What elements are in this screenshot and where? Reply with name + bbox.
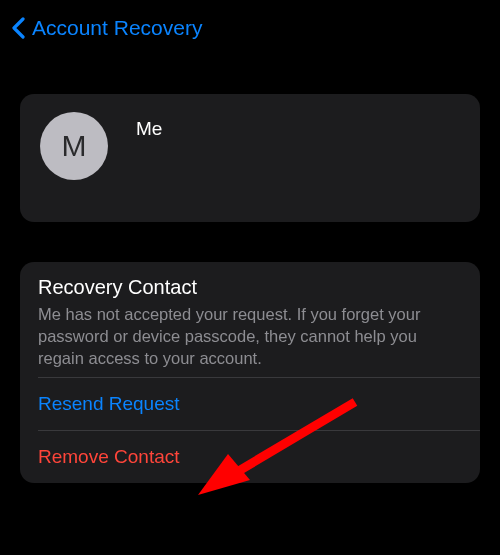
- recovery-title: Recovery Contact: [38, 276, 462, 299]
- contact-name-label: Me: [136, 118, 162, 140]
- recovery-description: Me has not accepted your request. If you…: [38, 304, 462, 369]
- recovery-contact-card: Recovery Contact Me has not accepted you…: [20, 262, 480, 483]
- content-area: M Me Recovery Contact Me has not accepte…: [0, 94, 500, 483]
- recovery-header: Recovery Contact Me has not accepted you…: [20, 262, 480, 377]
- resend-request-button[interactable]: Resend Request: [20, 378, 480, 430]
- avatar: M: [40, 112, 108, 180]
- back-chevron-icon[interactable]: [6, 14, 30, 42]
- contact-card[interactable]: M Me: [20, 94, 480, 222]
- nav-bar: Account Recovery: [0, 0, 500, 56]
- nav-back-title[interactable]: Account Recovery: [32, 16, 202, 40]
- remove-contact-button[interactable]: Remove Contact: [20, 431, 480, 483]
